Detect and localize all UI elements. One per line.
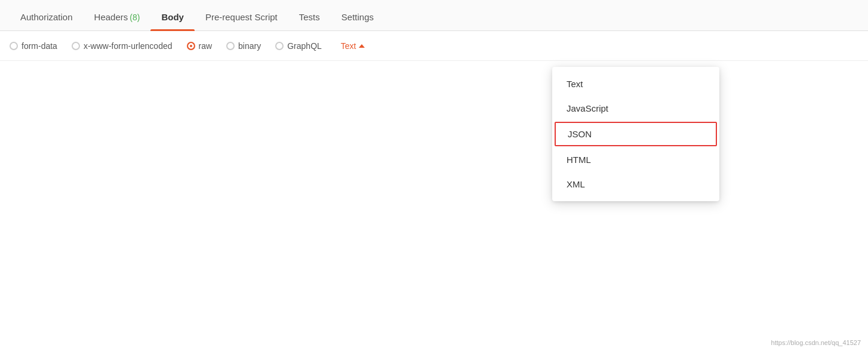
body-options-bar: form-data x-www-form-urlencoded raw bina… [0,31,868,61]
dropdown-item-xml[interactable]: XML [552,172,719,196]
tab-authorization[interactable]: Authorization [10,4,84,30]
radio-circle-x-www [72,42,80,50]
radio-circle-binary [226,42,235,50]
content-area: Text JavaScript JSON HTML XML https://bl… [0,61,868,351]
arrow-up-icon [359,44,365,48]
radio-graphql[interactable]: GraphQL [275,41,322,51]
footer-watermark: https://blog.csdn.net/qq_41527 [771,339,861,346]
main-container: Authorization Headers(8) Body Pre-reques… [0,0,868,351]
dropdown-item-html[interactable]: HTML [552,147,719,172]
radio-binary[interactable]: binary [226,41,261,51]
raw-type-label: Text [341,41,356,51]
radio-form-data[interactable]: form-data [10,41,57,51]
tab-headers[interactable]: Headers(8) [84,4,151,30]
tab-bar: Authorization Headers(8) Body Pre-reques… [0,0,868,31]
dropdown-item-json[interactable]: JSON [555,122,717,146]
raw-type-selector[interactable]: Text [341,41,365,51]
radio-x-www-form-urlencoded[interactable]: x-www-form-urlencoded [72,41,173,51]
radio-circle-form-data [10,42,18,50]
radio-circle-graphql [275,42,284,50]
dropdown-item-javascript[interactable]: JavaScript [552,96,719,121]
radio-circle-raw [187,42,195,50]
dropdown-item-text[interactable]: Text [552,72,719,96]
headers-badge: (8) [130,13,140,22]
tab-pre-request-script[interactable]: Pre-request Script [195,4,288,30]
tab-settings[interactable]: Settings [331,4,384,30]
tab-tests[interactable]: Tests [288,4,331,30]
tab-body[interactable]: Body [150,4,195,30]
radio-raw[interactable]: raw [187,41,213,51]
raw-type-dropdown: Text JavaScript JSON HTML XML [552,67,719,201]
